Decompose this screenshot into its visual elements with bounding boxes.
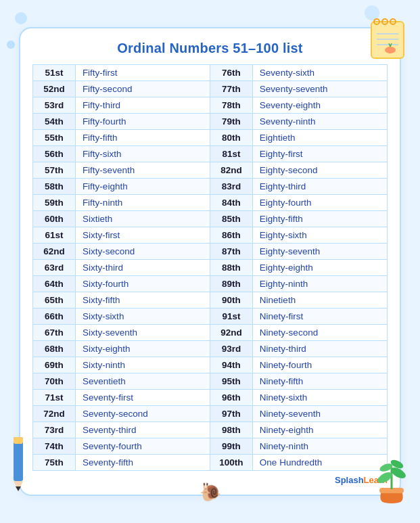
ordinal-word-left: Fifty-fourth [75, 114, 210, 130]
ordinal-number-left: 52nd [33, 81, 76, 97]
ordinal-word-right: Eighty-second [252, 162, 387, 179]
ordinal-number-right: 96th [210, 390, 252, 406]
table-row: 51stFifty-first76thSeventy-sixth [33, 65, 388, 81]
ordinal-number-left: 68th [33, 341, 76, 357]
ordinal-number-left: 55th [33, 130, 76, 146]
ordinal-number-left: 63rd [33, 260, 76, 276]
ordinal-number-right: 87th [210, 244, 252, 260]
ordinal-word-left: Sixty-fifth [75, 292, 210, 309]
ordinal-word-left: Seventy-third [75, 422, 210, 438]
ordinal-word-left: Fifty-ninth [75, 195, 210, 211]
ordinal-word-left: Sixty-first [75, 227, 210, 244]
ordinal-number-left: 58th [33, 179, 76, 195]
ordinal-word-right: Seventy-ninth [252, 114, 387, 130]
table-row: 74thSeventy-fourth99thNinety-ninth [33, 438, 388, 455]
ordinal-number-left: 71st [33, 390, 76, 406]
ordinal-number-right: 85th [210, 211, 252, 227]
ordinal-word-left: Sixty-eighth [75, 341, 210, 357]
notebook-decoration [365, 16, 411, 62]
ordinal-number-right: 93rd [210, 341, 252, 357]
ordinal-number-right: 79th [210, 114, 252, 130]
table-row: 70thSeventieth95thNinety-fifth [33, 373, 388, 390]
ordinal-number-right: 88th [210, 260, 252, 276]
ordinal-word-right: Ninety-eighth [252, 422, 387, 438]
ordinal-word-left: Fifty-third [75, 97, 210, 114]
svg-rect-17 [14, 437, 23, 444]
ordinal-number-left: 56th [33, 146, 76, 162]
ordinal-number-left: 69th [33, 357, 76, 373]
ordinal-word-right: Seventy-eighth [252, 97, 387, 114]
ordinal-number-right: 82nd [210, 162, 252, 179]
table-row: 57thFifty-seventh82ndEighty-second [33, 162, 388, 179]
ordinal-word-right: Eighty-third [252, 179, 387, 195]
ordinal-number-left: 73rd [33, 422, 76, 438]
table-row: 56thFifty-sixth81stEighty-first [33, 146, 388, 162]
ordinal-number-right: 86th [210, 227, 252, 244]
snail-decoration: 🐌 [200, 482, 221, 503]
ordinal-number-right: 78th [210, 97, 252, 114]
ordinal-number-left: 67th [33, 325, 76, 341]
ordinal-word-left: Sixty-seventh [75, 325, 210, 341]
ordinal-word-left: Fifty-fifth [75, 130, 210, 146]
ordinal-word-right: Eighty-ninth [252, 276, 387, 292]
table-row: 75thSeventy-fifth100thOne Hundredth [33, 455, 388, 471]
pencil-decoration [8, 434, 28, 488]
ordinal-number-left: 59th [33, 195, 76, 211]
ordinal-word-right: Eighty-sixth [252, 227, 387, 244]
table-row: 64thSixty-fourth89thEighty-ninth [33, 276, 388, 292]
plant-decoration [371, 447, 412, 501]
ordinal-word-right: Ninety-fourth [252, 357, 387, 373]
ordinal-number-right: 94th [210, 357, 252, 373]
ordinal-number-left: 74th [33, 438, 76, 455]
table-row: 73rdSeventy-third98thNinety-eighth [33, 422, 388, 438]
ordinal-word-left: Sixty-third [75, 260, 210, 276]
table-row: 72ndSeventy-second97thNinety-seventh [33, 406, 388, 422]
ordinal-word-left: Sixty-sixth [75, 309, 210, 325]
ordinal-number-left: 70th [33, 373, 76, 390]
ordinal-number-right: 89th [210, 276, 252, 292]
ordinal-number-left: 57th [33, 162, 76, 179]
ordinal-number-left: 53rd [33, 97, 76, 114]
ordinal-word-left: Seventy-fifth [75, 455, 210, 471]
ordinal-number-right: 81st [210, 146, 252, 162]
table-row: 63rdSixty-third88thEighty-eighth [33, 260, 388, 276]
svg-marker-19 [16, 486, 21, 491]
ordinal-word-right: Ninety-fifth [252, 373, 387, 390]
ordinal-word-right: Seventy-sixth [252, 65, 387, 81]
table-row: 54thFifty-fourth79thSeventy-ninth [33, 114, 388, 130]
table-row: 58thFifty-eighth83rdEighty-third [33, 179, 388, 195]
table-row: 59thFifty-ninth84thEighty-fourth [33, 195, 388, 211]
table-row: 68thSixty-eighth93rdNinety-third [33, 341, 388, 357]
table-row: 66thSixty-sixth91stNinety-first [33, 309, 388, 325]
ordinal-number-right: 97th [210, 406, 252, 422]
ordinal-number-right: 90th [210, 292, 252, 309]
page-title: Ordinal Numbers 51–100 list [32, 41, 388, 56]
ordinal-number-left: 65th [33, 292, 76, 309]
ordinal-word-left: Seventy-first [75, 390, 210, 406]
ordinal-number-right: 76th [210, 65, 252, 81]
ordinal-word-right: One Hundredth [252, 455, 387, 471]
table-row: 65thSixty-fifth90thNinetieth [33, 292, 388, 309]
ordinal-word-right: Eighty-first [252, 146, 387, 162]
table-row: 61stSixty-first86thEighty-sixth [33, 227, 388, 244]
table-row: 69thSixty-ninth94thNinety-fourth [33, 357, 388, 373]
ordinal-word-right: Ninetieth [252, 292, 387, 309]
table-row: 67thSixty-seventh92ndNinety-second [33, 325, 388, 341]
ordinal-word-left: Sixty-ninth [75, 357, 210, 373]
ordinal-word-right: Ninety-second [252, 325, 387, 341]
ordinal-word-right: Ninety-seventh [252, 406, 387, 422]
ordinal-number-left: 60th [33, 211, 76, 227]
table-row: 52ndFifty-second77thSeventy-seventh [33, 81, 388, 97]
ordinal-numbers-table: 51stFifty-first76thSeventy-sixth52ndFift… [32, 64, 388, 471]
ordinal-number-right: 98th [210, 422, 252, 438]
table-row: 53rdFifty-third78thSeventy-eighth [33, 97, 388, 114]
ordinal-number-left: 51st [33, 65, 76, 81]
ordinal-number-right: 91st [210, 309, 252, 325]
ordinal-number-right: 80th [210, 130, 252, 146]
ordinal-word-right: Eightieth [252, 130, 387, 146]
table-row: 71stSeventy-first96thNinety-sixth [33, 390, 388, 406]
ordinal-number-right: 100th [210, 455, 252, 471]
ordinal-word-left: Fifty-first [75, 65, 210, 81]
ordinal-word-right: Ninety-sixth [252, 390, 387, 406]
ordinal-word-right: Eighty-eighth [252, 260, 387, 276]
